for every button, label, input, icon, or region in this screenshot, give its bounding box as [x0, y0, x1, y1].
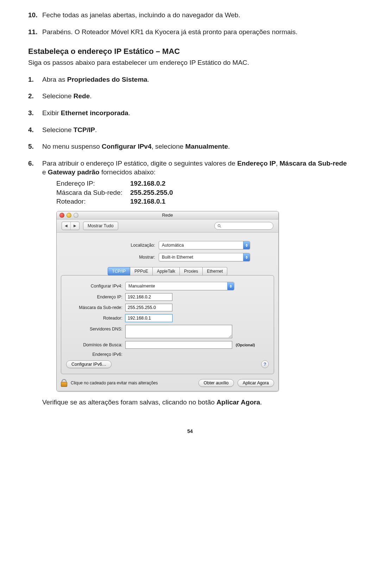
step-text: Selecione Rede. — [42, 92, 352, 101]
preferences-pane: Localização: Automática Mostrar: Built-i… — [57, 233, 278, 391]
back-icon[interactable]: ◀ — [62, 222, 71, 230]
step-text: Feche todas as janelas abertas, incluind… — [42, 11, 352, 20]
section-title: Estabeleça o endereço IP Estático – MAC — [28, 46, 352, 57]
steps-list: 1. Abra as Propriedades do Sistema. 2. S… — [28, 75, 352, 407]
step-number: 10. — [28, 11, 42, 20]
tab-ethernet[interactable]: Ethernet — [203, 267, 227, 276]
chevron-updown-icon — [243, 253, 250, 261]
tcpip-panel: Configurar IPv4: Manualmente Endereço IP… — [61, 275, 274, 374]
chevron-updown-icon — [227, 282, 234, 290]
svg-point-0 — [218, 224, 220, 227]
config-ipv4-value: Manualmente — [128, 283, 227, 289]
configure-ipv6-label: Configurar IPv6… — [71, 361, 106, 367]
step-number: 4. — [28, 125, 42, 135]
tab-proxies[interactable]: Proxies — [180, 267, 203, 276]
config-ipv4-select[interactable]: Manualmente — [125, 282, 234, 290]
step-text: Abra as Propriedades do Sistema. — [42, 75, 352, 84]
close-icon[interactable] — [59, 213, 64, 218]
network-preferences-window: Rede ◀ ▶ Mostrar Tudo — [56, 211, 279, 391]
traffic-lights — [59, 213, 78, 218]
section-intro: Siga os passos abaixo para estabelecer u… — [28, 58, 352, 67]
step-number: 11. — [28, 27, 42, 37]
search-icon — [217, 224, 221, 228]
show-all-button[interactable]: Mostrar Tudo — [83, 222, 118, 230]
router-label: Roteador: — [66, 315, 125, 321]
location-label: Localização: — [85, 242, 159, 248]
settings-tabs: TCP/IP PPPoE AppleTalk Proxies Ethernet — [61, 267, 274, 276]
window-footer: Clique no cadeado para evitar mais alter… — [61, 379, 274, 387]
window-title: Rede — [57, 212, 278, 218]
help-button[interactable]: ? — [261, 360, 269, 368]
step-text: Selecione TCP/IP. — [42, 125, 352, 135]
step-text: Para atribuir o endereço IP estático, di… — [42, 159, 352, 407]
location-value: Automática — [162, 242, 243, 248]
optional-label: (Opcional) — [236, 342, 255, 348]
tab-appletalk[interactable]: AppleTalk — [153, 267, 180, 276]
step-text: Exibir Ethernet incorporada. — [42, 109, 352, 118]
svg-line-1 — [220, 226, 221, 227]
step-text: Parabéns. O Roteador Móvel KR1 da Kyocer… — [42, 27, 352, 37]
assist-button[interactable]: Obter auxílio — [198, 379, 234, 387]
dns-servers-label: Servidores DNS: — [66, 325, 125, 332]
ip-values-table: Endereço IP:192.168.0.2 Máscara da Sub-r… — [56, 179, 352, 206]
ip-address-label: Endereço IP: — [66, 294, 125, 300]
show-label: Mostrar: — [85, 254, 159, 260]
subnet-mask-field[interactable] — [125, 304, 172, 311]
window-titlebar: Rede — [57, 211, 278, 219]
ip-address-field[interactable] — [125, 293, 172, 301]
chevron-updown-icon — [243, 241, 250, 249]
configure-ipv6-button[interactable]: Configurar IPv6… — [66, 360, 112, 368]
step-number: 5. — [28, 142, 42, 151]
page-number: 54 — [28, 428, 352, 435]
router-field[interactable] — [125, 314, 172, 322]
search-domains-field[interactable] — [125, 341, 232, 349]
show-select[interactable]: Built-in Ethernet — [159, 253, 250, 261]
zoom-icon[interactable] — [74, 213, 78, 218]
ipv6-address-label: Endereço IPv6: — [66, 352, 125, 358]
search-domains-label: Domínios de Busca: — [66, 342, 125, 348]
dns-servers-field[interactable] — [125, 325, 232, 338]
search-input[interactable] — [214, 222, 273, 230]
nav-buttons[interactable]: ◀ ▶ — [62, 222, 80, 230]
show-all-label: Mostrar Tudo — [88, 223, 114, 229]
location-select[interactable]: Automática — [159, 241, 250, 249]
subnet-mask-label: Máscara da Sub-rede: — [66, 305, 125, 311]
verify-text: Verifique se as alterações foram salvas,… — [42, 398, 352, 407]
minimize-icon[interactable] — [66, 213, 71, 218]
step-number: 2. — [28, 92, 42, 101]
step-text: No menu suspenso Configurar IPv4, seleci… — [42, 142, 352, 151]
forward-icon[interactable]: ▶ — [71, 222, 79, 230]
apply-now-button[interactable]: Aplicar Agora — [238, 379, 274, 387]
tab-pppoe[interactable]: PPPoE — [130, 267, 153, 276]
toolbar: ◀ ▶ Mostrar Tudo — [57, 219, 278, 233]
config-ipv4-label: Configurar IPv4: — [66, 283, 125, 289]
step-number: 6. — [28, 159, 42, 407]
show-value: Built-in Ethernet — [162, 254, 243, 260]
step-number: 3. — [28, 109, 42, 118]
lock-icon[interactable] — [61, 379, 67, 387]
step-number: 1. — [28, 75, 42, 84]
lock-text: Clique no cadeado para evitar mais alter… — [71, 380, 158, 386]
tab-tcpip[interactable]: TCP/IP — [108, 267, 131, 276]
prev-steps-list: 10. Feche todas as janelas abertas, incl… — [28, 11, 352, 36]
